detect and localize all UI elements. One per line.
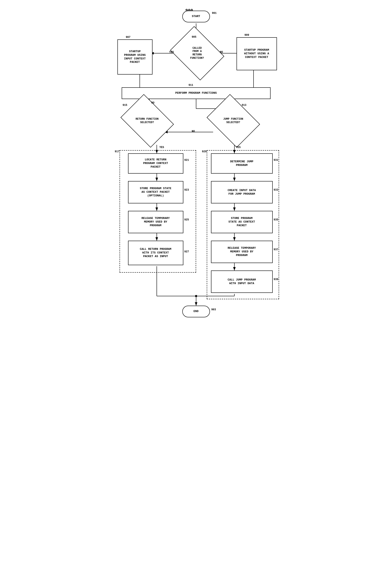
node-913-id: 913 bbox=[242, 104, 246, 107]
node-939-id: 939 bbox=[274, 278, 279, 281]
node-929-id: 929 bbox=[202, 150, 207, 153]
yes-label-913: YES bbox=[236, 146, 241, 149]
node-923-id: 923 bbox=[185, 188, 189, 191]
node-905-id: 905 bbox=[192, 36, 197, 39]
node-935-id: 935 bbox=[274, 218, 279, 221]
box-925: RELEASE TEMPORARYMEMORY USED BYPROGRAM bbox=[128, 211, 183, 233]
node-909-id: 909 bbox=[245, 34, 249, 37]
node-911-id: 911 bbox=[189, 84, 193, 87]
node-917-id: 917 bbox=[115, 150, 120, 153]
node-915-id: 915 bbox=[123, 104, 127, 107]
box-909: STARTUP PROGRAMWITHOUT USING ACONTEXT PA… bbox=[237, 37, 277, 70]
diamond-jump-function: JUMP FUNCTIONSELECTED? bbox=[212, 104, 255, 137]
box-931: DETERMINE JUMPPROGRAM bbox=[211, 153, 273, 174]
box-939: CALL JUMP PROGRAMWITH INPUT DATA bbox=[211, 270, 273, 293]
box-923: STORE PROGRAM STATEAS CONTEXT PACKET(OPT… bbox=[128, 181, 183, 204]
yes-label-915: YES bbox=[160, 146, 164, 149]
node-907-id: 907 bbox=[126, 36, 131, 39]
flowchart-container: 900 START 901 CALLEDFROM ARETURNFUNCTION… bbox=[100, 4, 292, 558]
box-921: LOCATE RETURNPROGRAM CONTEXTPACKET bbox=[128, 153, 183, 174]
svg-point-29 bbox=[195, 295, 197, 297]
node-921-id: 921 bbox=[185, 159, 189, 162]
node-937-id: 937 bbox=[274, 248, 279, 251]
node-925-id: 925 bbox=[185, 218, 189, 221]
end-node: END bbox=[182, 306, 210, 317]
box-933: CREATE INPUT DATAFOR JUMP PROGRAM bbox=[211, 181, 273, 204]
box-937: RELEASE TEMPORARYMEMORY USED BYPROGRAM bbox=[211, 241, 273, 263]
node-927-id: 927 bbox=[185, 250, 189, 253]
diamond-return-function: RETURN FUNCTIONSELECTED? bbox=[126, 104, 168, 137]
no-label-905: NO bbox=[220, 51, 223, 54]
no-label-915: NO bbox=[151, 101, 154, 104]
start-node: START bbox=[182, 11, 210, 22]
node-931-id: 931 bbox=[274, 159, 279, 162]
node-933-id: 933 bbox=[274, 188, 279, 191]
box-935: STORE PROGRAMSTATE AS CONTEXTPACKET bbox=[211, 211, 273, 233]
end-label-id: 903 bbox=[211, 308, 216, 311]
no-label-913: NO bbox=[192, 130, 195, 133]
box-927: CALL RETURN PROGRAMWITH ITS CONTEXTPACKE… bbox=[128, 241, 183, 265]
diamond-called-from-return: CALLEDFROM ARETURNFUNCTION? bbox=[176, 36, 218, 70]
start-label-id: 901 bbox=[212, 12, 217, 15]
yes-label-905: YES bbox=[169, 51, 174, 54]
box-907: STARTUPPROGRAM USINGINPUT CONTEXTPACKET bbox=[117, 40, 152, 75]
